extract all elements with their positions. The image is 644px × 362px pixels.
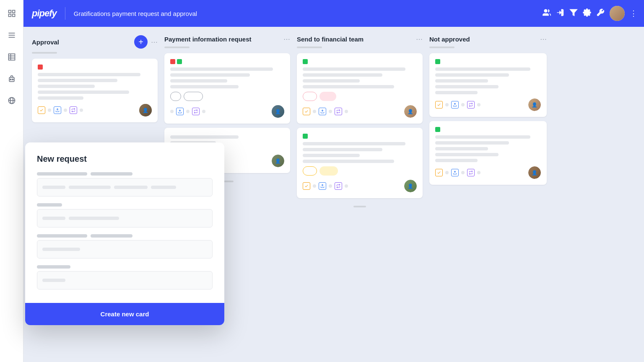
create-card-button[interactable]: Create new card bbox=[25, 303, 224, 325]
card-line bbox=[170, 73, 250, 77]
column-header-approval: Approval + ⋯ bbox=[32, 35, 158, 49]
settings-icon[interactable] bbox=[583, 8, 591, 18]
card-dot bbox=[477, 103, 480, 106]
card-notapproved-2: 👤 bbox=[429, 121, 547, 185]
sidebar-icon-grid[interactable] bbox=[5, 7, 18, 20]
form-label-row bbox=[37, 172, 213, 176]
card-indicator-green bbox=[303, 134, 308, 139]
column-title-approval: Approval bbox=[32, 39, 131, 46]
form-label-row bbox=[37, 265, 213, 269]
card-avatar: 👤 bbox=[404, 180, 417, 192]
card-line bbox=[435, 79, 488, 83]
column-menu-not-approved[interactable]: ⋯ bbox=[540, 35, 547, 43]
card-line bbox=[170, 67, 273, 71]
badge-pink-filled bbox=[319, 92, 336, 101]
column-bar-payment bbox=[164, 47, 190, 48]
signin-icon[interactable] bbox=[556, 8, 564, 18]
users-icon[interactable] bbox=[543, 8, 551, 18]
column-bar-approval bbox=[32, 52, 57, 54]
card-indicator-green bbox=[435, 127, 440, 132]
card-indicator-green bbox=[303, 59, 308, 64]
form-group-2 bbox=[37, 203, 213, 228]
card-line bbox=[303, 154, 360, 157]
card-line bbox=[38, 79, 117, 82]
form-label-line bbox=[91, 172, 132, 176]
input-placeholder bbox=[42, 186, 65, 189]
card-payment-1: 👤 bbox=[164, 53, 290, 124]
card-dot bbox=[461, 171, 465, 174]
tool-icon[interactable] bbox=[596, 8, 605, 18]
column-header-not-approved: Not approved ⋯ bbox=[429, 35, 547, 43]
card-line bbox=[303, 73, 382, 77]
column-menu-payment[interactable]: ⋯ bbox=[283, 35, 290, 43]
card-line bbox=[435, 85, 499, 88]
card-line bbox=[170, 135, 239, 139]
input-placeholder bbox=[69, 217, 119, 220]
add-card-button-approval[interactable]: + bbox=[134, 35, 148, 49]
form-label-line bbox=[91, 234, 132, 238]
card-icon-orange bbox=[303, 108, 310, 115]
column-title-financial: Send to financial team bbox=[297, 36, 413, 43]
form-label-line bbox=[37, 234, 87, 238]
card-line bbox=[303, 79, 360, 83]
user-avatar[interactable] bbox=[610, 6, 625, 21]
card-avatar: 👤 bbox=[139, 104, 152, 116]
form-group-3 bbox=[37, 234, 213, 259]
card-icon-blue bbox=[54, 106, 61, 114]
card-line bbox=[38, 90, 129, 94]
badge-row bbox=[303, 92, 417, 101]
card-icon-purple bbox=[335, 108, 342, 115]
badge-row bbox=[170, 92, 284, 101]
input-placeholder bbox=[42, 279, 65, 282]
input-placeholder bbox=[151, 186, 176, 189]
sidebar-icon-list[interactable] bbox=[5, 28, 18, 42]
card-footer: 👤 bbox=[435, 166, 541, 179]
column-bar-not-approved bbox=[429, 47, 454, 48]
card-dot bbox=[64, 109, 67, 112]
card-icons bbox=[303, 182, 348, 190]
sidebar-icon-table[interactable] bbox=[5, 50, 18, 64]
card-line bbox=[303, 160, 394, 163]
card-icons bbox=[303, 108, 348, 115]
card-icons bbox=[170, 108, 205, 115]
card-icon-blue bbox=[319, 182, 326, 190]
form-input-2[interactable] bbox=[37, 209, 213, 228]
form-input-3[interactable] bbox=[37, 240, 213, 259]
card-icon-purple bbox=[467, 101, 475, 109]
filter-icon[interactable] bbox=[569, 8, 578, 18]
form-input-1[interactable] bbox=[37, 178, 213, 197]
column-menu-approval[interactable]: ⋯ bbox=[151, 38, 158, 46]
card-dot bbox=[329, 110, 332, 113]
more-options-icon[interactable]: ⋮ bbox=[630, 9, 637, 18]
column-menu-financial[interactable]: ⋯ bbox=[416, 35, 423, 43]
card-financial-1: 👤 bbox=[297, 53, 423, 124]
card-icon-blue bbox=[319, 108, 326, 115]
form-label-line bbox=[37, 265, 70, 269]
sidebar-icon-globe[interactable] bbox=[5, 94, 18, 107]
card-avatar: 👤 bbox=[528, 166, 541, 179]
badge-row bbox=[303, 166, 417, 176]
sidebar-icon-bot[interactable] bbox=[5, 72, 18, 85]
card-line bbox=[38, 96, 83, 100]
card-dot bbox=[445, 171, 449, 174]
card-icon-blue bbox=[451, 101, 459, 109]
column-header-financial: Send to financial team ⋯ bbox=[297, 35, 423, 43]
card-icon-orange bbox=[38, 106, 45, 114]
card-icon-purple bbox=[467, 169, 475, 176]
card-icon-blue bbox=[176, 108, 184, 115]
card-icon-orange bbox=[435, 101, 443, 109]
svg-rect-1 bbox=[12, 10, 15, 13]
card-dot bbox=[170, 110, 174, 113]
column-header-payment: Payment information request ⋯ bbox=[164, 35, 290, 43]
svg-point-12 bbox=[10, 79, 11, 80]
column-not-approved: Not approved ⋯ bbox=[429, 35, 547, 354]
card-icons bbox=[435, 169, 480, 176]
card-notapproved-1: 👤 bbox=[429, 53, 547, 117]
create-card-label: Create new card bbox=[101, 310, 149, 318]
form-input-4[interactable] bbox=[37, 271, 213, 290]
modal-title: New request bbox=[37, 154, 213, 164]
scroll-indicator bbox=[353, 206, 366, 207]
svg-marker-19 bbox=[570, 10, 577, 16]
card-indicator-red bbox=[38, 65, 43, 70]
card-avatar: 👤 bbox=[272, 155, 284, 167]
